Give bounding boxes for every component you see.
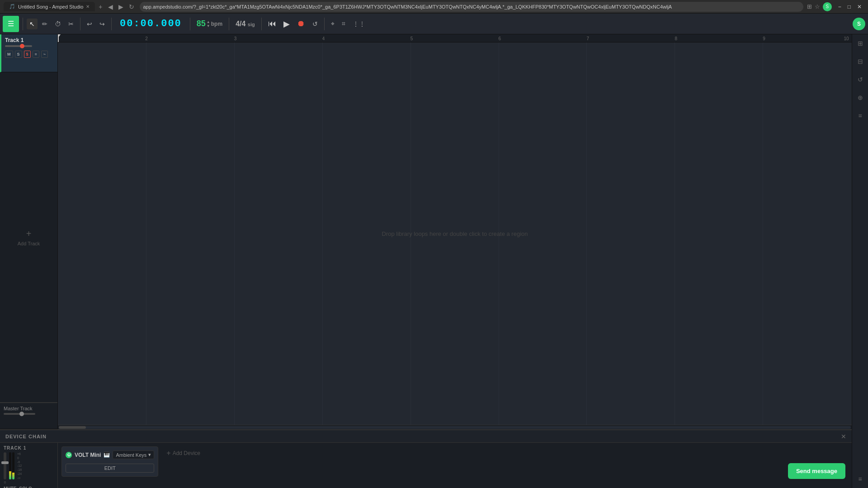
skip-back-icon: ⏮ [268, 19, 276, 28]
master-track-header[interactable]: Master Track [0, 402, 57, 429]
cursor-tool-btn[interactable]: ↖ [27, 19, 38, 29]
ruler-mark-6: 6 [499, 36, 501, 41]
bpm-control[interactable]: 85 ▲ ▼ bpm [197, 19, 222, 28]
timeline-ruler[interactable]: 2 3 4 5 6 7 8 9 10 [58, 34, 852, 42]
grid-col-3 [234, 42, 235, 425]
workspace: Track 1 M S $ ≡ ~ + Add Track [0, 34, 852, 488]
play-btn[interactable]: ▶ [281, 17, 292, 31]
db-label-0: 0 [17, 456, 22, 460]
loop-btn[interactable]: ↺ [310, 19, 321, 29]
track-1-arm-btn[interactable]: $ [24, 51, 31, 58]
ruler-mark-4: 4 [322, 36, 325, 41]
db-label-plus6: +6 [17, 452, 22, 455]
window-controls: − □ ✕ [835, 3, 864, 11]
midi-icon: ⌖ [331, 20, 335, 27]
db-label-minus12: -12 [17, 464, 22, 467]
menu-button[interactable]: ☰ [3, 16, 19, 32]
master-volume-slider[interactable] [4, 413, 35, 415]
pencil-tool-btn[interactable]: ✏ [39, 19, 50, 29]
browser-forward-btn[interactable]: ▶ [117, 2, 125, 11]
track-1-volume-slider[interactable] [5, 45, 32, 47]
add-track-area[interactable]: + Add Track [0, 72, 57, 402]
browser-back-btn[interactable]: ◀ [106, 2, 115, 11]
bottom-solo-btn[interactable]: SOLO [19, 486, 32, 488]
extra-tool1-btn[interactable]: ⌖ [328, 18, 337, 29]
new-tab-btn[interactable]: + [99, 3, 102, 10]
grid-col-7 [586, 42, 587, 425]
track-1-eq-btn[interactable]: ≡ [33, 51, 39, 58]
device-chain-body: TRACK 1 0 [0, 443, 852, 488]
bpm-arrows[interactable]: ▲ ▼ [207, 20, 210, 28]
horizontal-scrollbar[interactable] [58, 425, 852, 429]
bottom-fader-track[interactable] [4, 452, 6, 479]
add-device-btn[interactable]: + Add Device [164, 446, 203, 460]
track-1-solo-btn[interactable]: S [15, 51, 22, 58]
playhead-head [58, 34, 61, 38]
ruler-mark-9: 9 [763, 36, 765, 41]
toolbar-divider-6 [261, 18, 262, 30]
redo-icon: ↪ [99, 20, 105, 28]
record-icon: ⏺ [297, 19, 305, 28]
redo-btn[interactable]: ↪ [97, 19, 108, 29]
ruler-mark-2: 2 [145, 36, 148, 41]
level-meter-l [9, 452, 11, 479]
bpm-label: bpm [211, 21, 222, 27]
device-chain-close-btn[interactable]: ✕ [841, 433, 846, 440]
grid-lines [58, 42, 852, 425]
right-panel-btn-5[interactable]: ≡ [856, 110, 863, 121]
device-edit-btn[interactable]: EDIT [66, 464, 154, 473]
extra-tool3-btn[interactable]: ⋮⋮ [350, 19, 368, 29]
browser-refresh-btn[interactable]: ↻ [127, 2, 136, 11]
right-panel-btn-2[interactable]: ⊟ [856, 56, 865, 67]
device-power-btn[interactable]: ⏻ [66, 452, 72, 458]
browser-url-bar[interactable] [140, 2, 803, 12]
device-chain-section: DEVICE CHAIN ✕ TRACK 1 0 [0, 429, 852, 488]
scissors-tool-btn[interactable]: ✂ [66, 19, 76, 29]
tab-close-btn[interactable]: ✕ [86, 4, 90, 9]
bpm-value: 85 [197, 19, 206, 28]
main-toolbar: ☰ ↖ ✏ ⏱ ✂ ↩ ↪ 00:00.000 85 ▲ ▼ bpm 4/4 s… [0, 14, 868, 34]
db-label-minus24: -24 [17, 472, 22, 475]
track-1-automation-btn[interactable]: ~ [41, 51, 48, 58]
right-icon-2: ⊟ [858, 58, 863, 65]
right-panel-btn-4[interactable]: ⊕ [856, 92, 865, 103]
track-1-mute-btn[interactable]: M [5, 51, 13, 58]
browser-tab-active[interactable]: 🎵 Untitled Song - Amped Studio ✕ [4, 2, 95, 11]
user-avatar[interactable]: S [853, 18, 865, 30]
add-track-label: Add Track [18, 241, 40, 246]
grid-col-5 [410, 42, 411, 425]
clock-tool-btn[interactable]: ⏱ [52, 19, 64, 29]
track-1-header[interactable]: Track 1 M S $ ≡ ~ [0, 34, 57, 72]
tab-favicon: 🎵 [9, 4, 15, 9]
time-signature[interactable]: 4/4 sig [236, 20, 255, 28]
right-panel-btn-bottom[interactable]: ≡ [856, 474, 863, 484]
window-maximize-btn[interactable]: □ [845, 3, 854, 11]
bottom-fader-section: 0 [4, 452, 6, 484]
level-fill-r [12, 473, 14, 479]
window-close-btn[interactable]: ✕ [854, 3, 864, 11]
skip-back-btn[interactable]: ⏮ [265, 17, 279, 30]
track-1-controls: M S $ ≡ ~ [5, 51, 54, 58]
bottom-level-meter [9, 452, 14, 479]
master-track-label: Master Track [4, 406, 54, 411]
undo-btn[interactable]: ↩ [84, 19, 95, 29]
bottom-mute-btn[interactable]: MUTE [4, 486, 16, 488]
db-label-minus6: -6 [17, 460, 22, 464]
window-minimize-btn[interactable]: − [835, 3, 844, 11]
right-panel-btn-1[interactable]: ⊞ [856, 38, 865, 49]
grid-col-6 [499, 42, 499, 425]
send-message-btn[interactable]: Send message [788, 463, 845, 479]
record-btn[interactable]: ⏺ [294, 17, 308, 30]
extra-tool2-btn[interactable]: ⌗ [339, 18, 348, 29]
track-content-area[interactable]: Drop library loops here or double click … [58, 42, 852, 425]
scrollbar-track[interactable] [59, 426, 851, 429]
power-icon: ⏻ [67, 453, 71, 457]
db-label-inf: -∞ [17, 476, 22, 479]
right-icon-4: ⊕ [858, 94, 863, 101]
bpm-up-icon[interactable]: ▲ [207, 20, 210, 24]
main-layout: Track 1 M S $ ≡ ~ + Add Track [0, 34, 868, 488]
device-preset-dropdown[interactable]: Ambient Keys ▾ [113, 450, 154, 459]
scrollbar-thumb[interactable] [59, 426, 86, 429]
right-panel-btn-3[interactable]: ↺ [856, 74, 865, 85]
bpm-down-icon[interactable]: ▼ [207, 24, 210, 28]
